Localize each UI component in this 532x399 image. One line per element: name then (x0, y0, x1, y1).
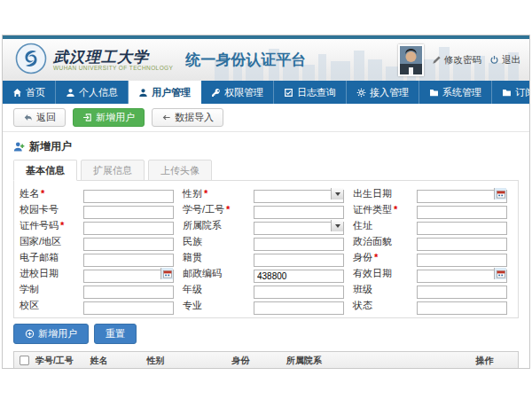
field-label-email: 电子邮箱 (20, 251, 74, 264)
major-input[interactable] (254, 301, 344, 315)
field-student-id (254, 203, 344, 216)
tab-upload-avatar[interactable]: 上传头像 (148, 160, 212, 181)
nav-tab-label: 日志查询 (297, 86, 336, 99)
field-label-address: 住址 (353, 219, 408, 232)
app-window: 武汉理工大学 WUHAN UNIVERSITY OF TECHNOLOGY 统一… (2, 35, 530, 369)
native-place-input[interactable] (254, 254, 344, 267)
back-button-label: 返回 (36, 112, 56, 123)
field-label-id-type: 证件类型* (353, 203, 408, 216)
nav-tab-access-management[interactable]: 接入管理 (347, 81, 419, 104)
reset-button[interactable]: 重置 (94, 324, 137, 344)
select-all-checkbox[interactable] (20, 356, 29, 365)
student-id-input[interactable] (254, 206, 344, 219)
id-type-input[interactable] (417, 206, 507, 219)
nav-tab-user-management[interactable]: 用户管理 (129, 81, 201, 104)
field-label-name: 姓名* (20, 187, 74, 200)
class-input[interactable] (417, 286, 507, 299)
tab-label: 上传头像 (160, 165, 200, 176)
nav-tab-label: 用户管理 (152, 86, 191, 99)
enrollment-date-datepicker-button[interactable] (160, 268, 173, 279)
select-all-cell (14, 355, 32, 366)
campus-card-no-input[interactable] (83, 206, 174, 219)
name-input[interactable] (83, 190, 174, 203)
nav-tab-label: 系统管理 (442, 86, 481, 99)
field-department (254, 219, 344, 232)
folder-icon (429, 88, 439, 98)
nav-tab-profile[interactable]: 个人信息 (56, 81, 129, 104)
status-input[interactable] (417, 301, 507, 315)
country-region-input[interactable] (83, 238, 174, 251)
department-dropdown-button[interactable] (331, 220, 343, 231)
logout-label: 退出 (502, 54, 520, 66)
field-label-department: 所属院系 (183, 219, 245, 232)
identity-input[interactable] (417, 254, 507, 267)
logout-link[interactable]: 退出 (489, 54, 520, 66)
field-label-status: 状态 (353, 299, 408, 312)
field-label-id-number: 证件号码* (20, 219, 74, 232)
back-button[interactable]: 返回 (13, 108, 66, 127)
calendar-icon (497, 190, 505, 199)
back-arrow-icon (23, 113, 33, 122)
field-label-student-id: 学号/工号* (183, 203, 245, 216)
table-column-header: 所属院系 (283, 355, 472, 367)
field-major (254, 299, 344, 312)
political-status-input[interactable] (417, 238, 507, 251)
field-native-place (254, 251, 344, 264)
postal-code-input[interactable] (254, 270, 344, 283)
plus-circle-icon (25, 329, 35, 339)
nav-tab-home[interactable]: 首页 (3, 81, 56, 104)
nav-tab-log-query[interactable]: 日志查询 (274, 81, 347, 104)
field-label-grade: 年级 (183, 283, 245, 296)
user-icon (138, 88, 148, 98)
nav-tab-label: 权限管理 (224, 86, 263, 99)
field-ethnicity (254, 235, 344, 248)
tab-basic-info[interactable]: 基本信息 (13, 160, 77, 181)
required-marker: * (374, 252, 378, 262)
campus-input[interactable] (83, 301, 174, 315)
change-password-label: 修改密码 (444, 54, 481, 66)
field-identity (417, 251, 507, 264)
study-length-input[interactable] (83, 286, 174, 299)
address-input[interactable] (417, 222, 507, 235)
grade-input[interactable] (254, 286, 344, 299)
data-import-button[interactable]: 数据导入 (152, 108, 223, 127)
field-label-postal-code: 邮政编码 (183, 267, 245, 280)
power-icon (489, 55, 499, 65)
section-title: 新增用户 (29, 139, 72, 154)
nav-tab-label: 接入管理 (370, 86, 409, 99)
nav-tab-permission-management[interactable]: 权限管理 (201, 81, 274, 104)
id-number-input[interactable] (83, 222, 174, 235)
header: 武汉理工大学 WUHAN UNIVERSITY OF TECHNOLOGY 统一… (3, 39, 529, 81)
tab-label: 扩展信息 (93, 165, 132, 176)
submit-add-user-button[interactable]: 新增用户 (13, 324, 89, 344)
pencil-icon (432, 55, 442, 65)
form-actions: 新增用户 重置 (3, 318, 529, 349)
table-column-header: 操作 (472, 355, 518, 367)
field-label-campus-card-no: 校园卡号 (20, 203, 74, 216)
field-label-ethnicity: 民族 (183, 235, 245, 248)
university-name-cn: 武汉理工大学 (53, 49, 173, 65)
gender-dropdown-button[interactable] (331, 188, 343, 200)
field-label-gender: 性别* (183, 187, 245, 200)
field-label-country-region: 国家/地区 (20, 235, 74, 248)
field-label-enrollment-date: 进校日期 (20, 267, 74, 280)
field-label-major: 专业 (183, 299, 245, 312)
birth-date-datepicker-button[interactable] (494, 188, 506, 200)
field-label-study-length: 学制 (20, 283, 74, 296)
nav-tab-subscription-management[interactable]: 订阅管理 (492, 81, 530, 104)
nav-tab-system-management[interactable]: 系统管理 (419, 81, 492, 104)
valid-date-datepicker-button[interactable] (494, 268, 506, 279)
field-political-status (417, 235, 507, 248)
change-password-link[interactable]: 修改密码 (432, 54, 481, 66)
nav-tab-label: 个人信息 (79, 86, 118, 99)
ethnicity-input[interactable] (254, 238, 344, 251)
field-class (417, 283, 507, 296)
toolbar: 返回 新增用户 数据导入 (3, 104, 529, 132)
field-address (417, 219, 507, 232)
platform-title: 统一身份认证平台 (185, 50, 306, 70)
email-input[interactable] (83, 254, 174, 267)
home-icon (12, 88, 22, 98)
tab-extended-info[interactable]: 扩展信息 (81, 160, 145, 181)
add-user-toolbar-button[interactable]: 新增用户 (73, 108, 145, 127)
section-header: 新增用户 (3, 132, 529, 160)
